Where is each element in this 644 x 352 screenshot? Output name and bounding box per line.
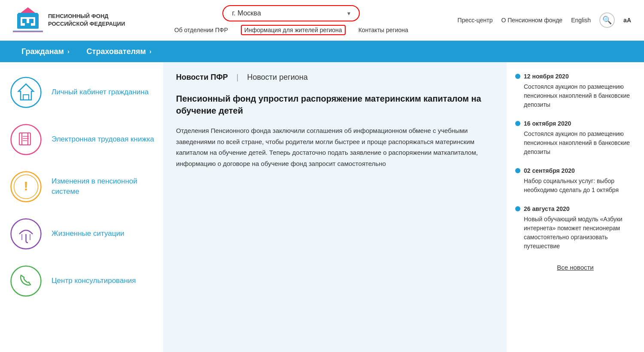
- sidebar-label-work-book: Электронная трудовая книжка: [52, 134, 154, 144]
- article-title: Пенсионный фонд упростил распоряжение ма…: [176, 93, 494, 117]
- news-item-2: 02 сентября 2020 Набор социальных услуг:…: [515, 167, 635, 195]
- language-link[interactable]: English: [571, 17, 591, 24]
- news-desc-0[interactable]: Состоялся аукцион по размещению пенсионн…: [515, 82, 635, 109]
- sidebar-label-personal-account: Личный кабинет гражданина: [52, 87, 149, 97]
- phone-icon: [9, 264, 43, 298]
- sidebar-item-work-book[interactable]: Электронная трудовая книжка: [9, 122, 155, 156]
- chevron-down-icon: ▾: [347, 10, 350, 17]
- home-icon: [9, 75, 43, 109]
- news-tab-separator: |: [237, 73, 239, 82]
- alert-icon: !: [9, 169, 43, 204]
- svg-rect-8: [13, 30, 43, 31]
- svg-point-14: [11, 124, 41, 154]
- sidebar-item-pension-changes[interactable]: ! Изменения в пенсионной системе: [9, 169, 155, 204]
- search-button[interactable]: 🔍: [599, 12, 615, 28]
- chevron-right-icon: ›: [67, 48, 70, 55]
- news-date-0: 12 ноября 2020: [515, 73, 635, 80]
- nav-citizens-label: Гражданам: [21, 47, 64, 56]
- news-dot-2: [515, 168, 520, 173]
- sub-navigation: Об отделении ПФР Информация для жителей …: [174, 25, 408, 35]
- svg-rect-15: [19, 133, 28, 145]
- news-dot-0: [515, 74, 520, 79]
- font-size-button[interactable]: аА: [623, 17, 631, 24]
- nav-insurers-label: Страхователям: [87, 47, 146, 56]
- content-area: Личный кабинет гражданина Электронная тр…: [0, 62, 644, 352]
- news-date-2: 02 сентября 2020: [515, 167, 635, 174]
- logo-area: ПЕНСИОННЫЙ ФОНД РОССИЙСКОЙ ФЕДЕРАЦИИ: [13, 5, 125, 35]
- svg-rect-16: [22, 133, 30, 145]
- svg-rect-2: [22, 19, 27, 23]
- subnav-region-info[interactable]: Информация для жителей региона: [241, 25, 346, 35]
- news-item-0: 12 ноября 2020 Состоялся аукцион по разм…: [515, 73, 635, 109]
- sidebar-label-pension-changes: Изменения в пенсионной системе: [52, 176, 155, 197]
- news-desc-1[interactable]: Состоялся аукцион по размещению пенсионн…: [515, 129, 635, 156]
- subnav-contacts[interactable]: Контакты региона: [358, 27, 408, 33]
- main-navigation: Гражданам › Страхователям ›: [0, 41, 644, 62]
- news-item-1: 16 октября 2020 Состоялся аукцион по раз…: [515, 120, 635, 156]
- news-item-3: 26 августа 2020 Новый обучающий модуль «…: [515, 205, 635, 251]
- tab-news-pfr[interactable]: Новости ПФР: [176, 73, 228, 82]
- svg-rect-13: [23, 95, 29, 100]
- news-dot-3: [515, 206, 520, 211]
- svg-point-23: [11, 219, 41, 249]
- header-center: г. Москва ▾ Об отделении ПФР Информация …: [134, 5, 449, 35]
- news-article: Пенсионный фонд упростил распоряжение ма…: [176, 93, 494, 169]
- nav-insurers[interactable]: Страхователям ›: [78, 41, 160, 62]
- svg-rect-5: [18, 13, 38, 15]
- press-center-link[interactable]: Пресс-центр: [458, 17, 493, 24]
- svg-marker-12: [18, 84, 33, 100]
- news-desc-3[interactable]: Новый обучающий модуль «Азбуки интернета…: [515, 215, 635, 251]
- tab-news-region[interactable]: Новости региона: [247, 73, 307, 82]
- page-header: ПЕНСИОННЫЙ ФОНД РОССИЙСКОЙ ФЕДЕРАЦИИ г. …: [0, 0, 644, 41]
- header-right: Пресс-центр О Пенсионном фонде English 🔍…: [458, 12, 631, 28]
- book-icon: [9, 122, 43, 156]
- news-date-3: 26 августа 2020: [515, 205, 635, 212]
- svg-rect-3: [29, 19, 33, 23]
- search-icon: 🔍: [602, 15, 612, 25]
- right-sidebar: 12 ноября 2020 Состоялся аукцион по разм…: [507, 62, 644, 352]
- region-selector[interactable]: г. Москва ▾: [222, 5, 360, 21]
- news-desc-2[interactable]: Набор социальных услуг: выбор необходимо…: [515, 177, 635, 195]
- news-tabs: Новости ПФР | Новости региона: [176, 73, 494, 82]
- region-text: г. Москва: [232, 9, 261, 17]
- umbrella-icon: [9, 217, 43, 251]
- sidebar-label-life-situations: Жизненные ситуации: [52, 229, 124, 239]
- left-sidebar: Личный кабинет гражданина Электронная тр…: [0, 62, 163, 352]
- svg-rect-10: [13, 31, 43, 32]
- svg-rect-4: [25, 23, 31, 26]
- all-news-link[interactable]: Все новости: [515, 264, 635, 271]
- main-content: Новости ПФР | Новости региона Пенсионный…: [163, 62, 507, 352]
- pfr-logo-icon: [13, 5, 43, 35]
- news-date-1: 16 октября 2020: [515, 120, 635, 127]
- sidebar-label-consulting: Центр консультирования: [52, 276, 136, 286]
- subnav-about[interactable]: Об отделении ПФР: [174, 27, 228, 33]
- chevron-right-icon-2: ›: [149, 48, 152, 55]
- svg-rect-9: [13, 31, 43, 32]
- news-dot-1: [515, 121, 520, 126]
- about-fund-link[interactable]: О Пенсионном фонде: [501, 17, 562, 24]
- svg-marker-6: [21, 7, 35, 13]
- sidebar-item-life-situations[interactable]: Жизненные ситуации: [9, 217, 155, 251]
- sidebar-item-consulting[interactable]: Центр консультирования: [9, 264, 155, 298]
- nav-citizens[interactable]: Гражданам ›: [13, 41, 78, 62]
- logo-text: ПЕНСИОННЫЙ ФОНД РОССИЙСКОЙ ФЕДЕРАЦИИ: [48, 12, 125, 28]
- article-body: Отделения Пенсионного фонда заключили со…: [176, 125, 494, 169]
- svg-text:!: !: [24, 179, 28, 193]
- sidebar-item-personal-account[interactable]: Личный кабинет гражданина: [9, 75, 155, 109]
- svg-point-11: [11, 77, 41, 107]
